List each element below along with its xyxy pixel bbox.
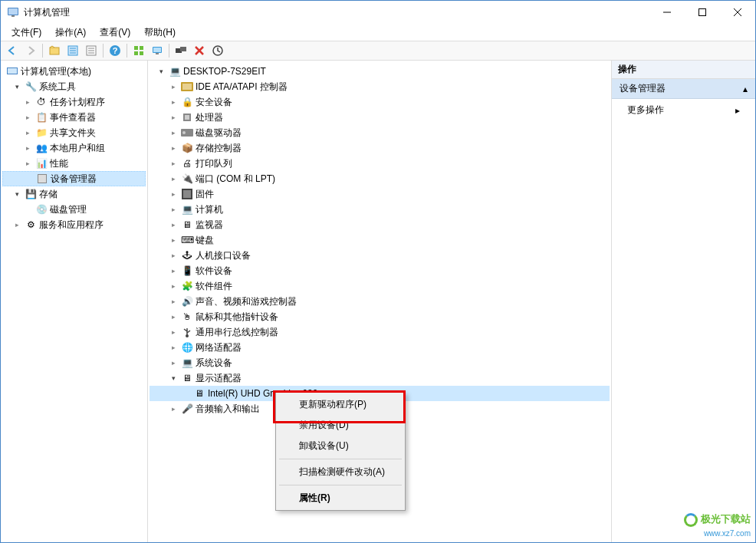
svg-rect-4 bbox=[699, 9, 706, 16]
delete-button[interactable] bbox=[191, 42, 208, 59]
chevron-right-icon[interactable]: ▸ bbox=[168, 265, 179, 276]
nav-forward-button[interactable] bbox=[22, 42, 39, 59]
chevron-right-icon[interactable]: ▸ bbox=[168, 281, 179, 291]
chevron-down-icon[interactable]: ▾ bbox=[12, 81, 22, 92]
menu-help[interactable]: 帮助(H) bbox=[138, 25, 182, 41]
tree-device-manager[interactable]: 设备管理器 bbox=[2, 171, 146, 186]
disk-icon: 💿 bbox=[35, 203, 48, 216]
tree-storage[interactable]: ▾💾存储 bbox=[2, 186, 146, 202]
chevron-right-icon[interactable]: ▸ bbox=[22, 158, 33, 169]
chevron-right-icon[interactable]: ▸ bbox=[168, 219, 179, 230]
gpu-icon: 🖥 bbox=[193, 387, 205, 400]
chevron-right-icon[interactable]: ▸ bbox=[168, 112, 179, 123]
nav-back-button[interactable] bbox=[4, 42, 21, 59]
chevron-right-icon[interactable]: ▸ bbox=[168, 81, 179, 92]
window-controls bbox=[649, 1, 755, 24]
chevron-right-icon[interactable]: ▸ bbox=[168, 250, 179, 261]
tree-performance[interactable]: ▸📊性能 bbox=[2, 156, 146, 171]
chevron-right-icon[interactable]: ▸ bbox=[168, 296, 179, 307]
dev-system-devices[interactable]: ▸💻系统设备 bbox=[150, 355, 610, 370]
properties-button[interactable] bbox=[64, 42, 81, 59]
device-manager-icon bbox=[36, 173, 48, 185]
up-button[interactable] bbox=[46, 42, 63, 59]
ctx-scan-hardware[interactable]: 扫描检测硬件改动(A) bbox=[278, 462, 403, 482]
menu-view[interactable]: 查看(V) bbox=[94, 25, 136, 41]
chevron-down-icon[interactable]: ▾ bbox=[168, 373, 179, 383]
tree-event-viewer[interactable]: ▸📋事件查看器 bbox=[2, 110, 146, 125]
dev-ports[interactable]: ▸🔌端口 (COM 和 LPT) bbox=[150, 171, 610, 186]
actions-more[interactable]: 更多操作 ▸ bbox=[612, 99, 755, 121]
dev-computer[interactable]: ▾💻DESKTOP-7S29EIT bbox=[150, 64, 610, 79]
actions-section[interactable]: 设备管理器 ▴ bbox=[612, 79, 755, 99]
menu-action[interactable]: 操作(A) bbox=[49, 25, 92, 41]
chevron-right-icon[interactable]: ▸ bbox=[22, 143, 33, 153]
chevron-right-icon[interactable]: ▸ bbox=[22, 112, 33, 123]
monitor-button[interactable] bbox=[149, 42, 166, 59]
tree-local-users[interactable]: ▸👥本地用户和组 bbox=[2, 140, 146, 156]
dev-mice[interactable]: ▸🖱鼠标和其他指针设备 bbox=[150, 309, 610, 324]
tree-shared-folders[interactable]: ▸📁共享文件夹 bbox=[2, 125, 146, 140]
dev-print-queues[interactable]: ▸🖨打印队列 bbox=[150, 156, 610, 171]
svg-rect-19 bbox=[140, 46, 143, 50]
chevron-right-icon[interactable]: ▸ bbox=[168, 158, 179, 169]
dev-software-components[interactable]: ▸🧩软件组件 bbox=[150, 278, 610, 294]
close-button[interactable] bbox=[720, 1, 755, 24]
chevron-right-icon[interactable]: ▸ bbox=[168, 327, 179, 337]
dev-firmware[interactable]: ▸固件 bbox=[150, 186, 610, 202]
ctx-disable-device[interactable]: 禁用设备(D) bbox=[278, 415, 403, 436]
chevron-right-icon[interactable]: ▸ bbox=[168, 143, 179, 153]
chevron-right-icon[interactable]: ▸ bbox=[168, 189, 179, 199]
chevron-right-icon[interactable]: ▸ bbox=[12, 219, 22, 230]
tree-task-scheduler[interactable]: ▸⏱任务计划程序 bbox=[2, 94, 146, 110]
help-button[interactable]: ? bbox=[107, 42, 123, 59]
dev-processors[interactable]: ▸处理器 bbox=[150, 110, 610, 125]
view-icons-button[interactable] bbox=[130, 42, 147, 59]
minimize-button[interactable] bbox=[649, 1, 685, 24]
ctx-update-driver[interactable]: 更新驱动程序(P) bbox=[278, 394, 403, 415]
dev-ide[interactable]: ▸IDE ATA/ATAPI 控制器 bbox=[150, 79, 610, 94]
chevron-right-icon[interactable]: ▸ bbox=[168, 204, 179, 215]
dev-display-adapters[interactable]: ▾🖥显示适配器 bbox=[150, 370, 610, 386]
printer-icon: 🖨 bbox=[181, 157, 193, 169]
dev-hid[interactable]: ▸🕹人机接口设备 bbox=[150, 248, 610, 263]
tree-services-apps[interactable]: ▸⚙服务和应用程序 bbox=[2, 217, 146, 232]
chevron-right-icon[interactable]: ▸ bbox=[168, 403, 179, 414]
chevron-right-icon[interactable]: ▸ bbox=[22, 127, 33, 138]
maximize-button[interactable] bbox=[685, 1, 720, 24]
chevron-right-icon: ▸ bbox=[735, 105, 740, 116]
collapse-icon[interactable]: ▴ bbox=[743, 84, 748, 94]
mouse-icon: 🖱 bbox=[181, 311, 193, 323]
dev-network[interactable]: ▸🌐网络适配器 bbox=[150, 340, 610, 355]
actions-pane: 操作 设备管理器 ▴ 更多操作 ▸ 极光下载站 www.xz7.com bbox=[612, 61, 755, 542]
dev-keyboards[interactable]: ▸⌨键盘 bbox=[150, 232, 610, 248]
chevron-down-icon[interactable]: ▾ bbox=[156, 66, 166, 77]
dev-monitors[interactable]: ▸🖥监视器 bbox=[150, 217, 610, 232]
chevron-right-icon[interactable]: ▸ bbox=[22, 97, 33, 107]
chevron-right-icon[interactable]: ▸ bbox=[168, 311, 179, 322]
dev-sound[interactable]: ▸🔊声音、视频和游戏控制器 bbox=[150, 294, 610, 309]
menu-file[interactable]: 文件(F) bbox=[5, 25, 48, 41]
tree-disk-management[interactable]: 💿磁盘管理 bbox=[2, 202, 146, 217]
chevron-right-icon[interactable]: ▸ bbox=[168, 235, 179, 245]
ctx-properties[interactable]: 属性(R) bbox=[278, 488, 403, 508]
scan-button[interactable] bbox=[209, 42, 226, 59]
chevron-right-icon[interactable]: ▸ bbox=[168, 97, 179, 107]
dev-storage-ctrl[interactable]: ▸📦存储控制器 bbox=[150, 140, 610, 156]
tree-root[interactable]: 计算机管理(本地) bbox=[2, 64, 146, 79]
dev-software-devices[interactable]: ▸📱软件设备 bbox=[150, 263, 610, 278]
chevron-right-icon[interactable]: ▸ bbox=[168, 127, 179, 138]
computers-button[interactable] bbox=[173, 42, 189, 59]
chevron-down-icon[interactable]: ▾ bbox=[12, 189, 22, 199]
dev-security[interactable]: ▸🔒安全设备 bbox=[150, 94, 610, 110]
ctx-uninstall-device[interactable]: 卸载设备(U) bbox=[278, 436, 403, 456]
dev-computers[interactable]: ▸💻计算机 bbox=[150, 202, 610, 217]
computer-mgmt-icon bbox=[6, 65, 18, 77]
firmware-icon bbox=[181, 188, 193, 200]
dev-disk-drives[interactable]: ▸磁盘驱动器 bbox=[150, 125, 610, 140]
dev-usb[interactable]: ▸通用串行总线控制器 bbox=[150, 324, 610, 340]
tree-system-tools[interactable]: ▾🔧系统工具 bbox=[2, 79, 146, 94]
list-button[interactable] bbox=[83, 42, 100, 59]
chevron-right-icon[interactable]: ▸ bbox=[168, 357, 179, 368]
chevron-right-icon[interactable]: ▸ bbox=[168, 342, 179, 353]
chevron-right-icon[interactable]: ▸ bbox=[168, 173, 179, 184]
